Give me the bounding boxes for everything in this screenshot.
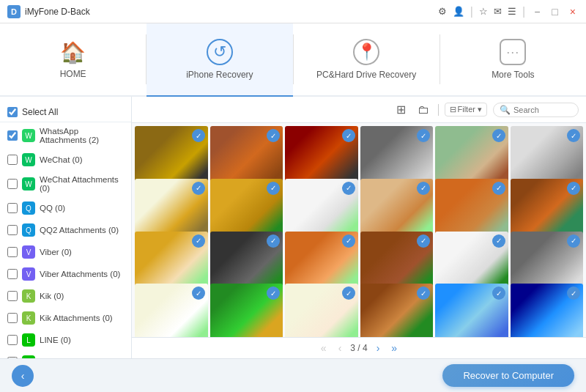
wechat-checkbox[interactable] — [7, 155, 18, 165]
photo-check-icon: ✓ — [342, 129, 355, 142]
last-page-button[interactable]: » — [388, 341, 400, 355]
photo-check-icon: ✓ — [417, 234, 430, 248]
viber-checkbox[interactable] — [7, 247, 18, 257]
star-icon[interactable]: ☆ — [479, 6, 488, 17]
app-icon: D — [7, 5, 21, 18]
sidebar-item-whatsapp[interactable]: W WhatsApp Attachments (2) — [0, 122, 131, 149]
photo-check-icon: ✓ — [492, 129, 505, 142]
recover-computer-button[interactable]: Recover to Computer — [442, 364, 574, 387]
sidebar-item-line-attach[interactable]: L LINE Attachments (0) — [0, 351, 131, 358]
email-icon[interactable]: ✉ — [494, 6, 502, 17]
photo-check-icon: ✓ — [192, 234, 205, 248]
sidebar-item-wechat[interactable]: W WeChat (0) — [0, 149, 131, 171]
sidebar-item-viber[interactable]: V Viber (0) — [0, 241, 131, 263]
nav-bar: 🏠 HOME ↺ iPhone Recovery 📍 PC&Hard Drive… — [0, 23, 586, 97]
photo-check-icon: ✓ — [567, 286, 580, 300]
nav-iphone-recovery[interactable]: ↺ iPhone Recovery — [146, 23, 292, 97]
photo-cell[interactable]: ✓ — [285, 284, 358, 337]
page-indicator: 3 / 4 — [350, 343, 367, 353]
qq2-label: QQ2 Attachments (0) — [40, 226, 124, 234]
qq-checkbox[interactable] — [7, 203, 18, 213]
sidebar-item-qq[interactable]: Q QQ (0) — [0, 197, 131, 219]
pc-harddrive-icon: 📍 — [353, 39, 379, 65]
main-content: Select All W WhatsApp Attachments (2) W … — [0, 97, 586, 358]
toolbar-separator — [438, 104, 439, 116]
filter-button[interactable]: ⊟ Filter ▾ — [445, 103, 488, 117]
back-button[interactable]: ‹ — [12, 365, 34, 387]
nav-more-label: More Tools — [492, 70, 534, 80]
sidebar: Select All W WhatsApp Attachments (2) W … — [0, 97, 132, 358]
title-bar-controls: ⚙ 👤 | ☆ ✉ ☰ | − □ × — [438, 4, 579, 19]
qq2-checkbox[interactable] — [7, 225, 18, 235]
sidebar-item-kik[interactable]: K Kik (0) — [0, 285, 131, 307]
settings-icon[interactable]: ⚙ — [438, 6, 447, 17]
filter-icon: ⊟ — [450, 105, 456, 114]
select-all-checkbox[interactable] — [7, 107, 18, 117]
pagination-row: « ‹ 3 / 4 › » — [132, 337, 586, 358]
photo-check-icon: ✓ — [192, 182, 205, 195]
photo-cell[interactable]: ✓ — [135, 284, 208, 337]
photo-toolbar: ⊞ 🗀 ⊟ Filter ▾ 🔍 — [132, 97, 586, 123]
line-attach-checkbox[interactable] — [7, 357, 18, 358]
qq-label: QQ (0) — [40, 204, 124, 212]
grid-view-button[interactable]: ⊞ — [393, 101, 409, 118]
photo-check-icon: ✓ — [267, 234, 280, 248]
search-icon: 🔍 — [500, 105, 511, 115]
kik-checkbox[interactable] — [7, 291, 18, 301]
photo-area: ⊞ 🗀 ⊟ Filter ▾ 🔍 ✓✓✓✓✓✓✓✓✓✓✓✓✓✓✓✓✓✓✓✓✓✓✓… — [132, 97, 586, 358]
whatsapp-checkbox[interactable] — [7, 130, 18, 141]
photo-check-icon: ✓ — [342, 182, 355, 195]
sidebar-item-viber-attach[interactable]: V Viber Attachments (0) — [0, 263, 131, 285]
line-icon: L — [22, 333, 35, 347]
sidebar-item-qq2[interactable]: Q QQ2 Attachments (0) — [0, 219, 131, 241]
nav-pc-harddrive[interactable]: 📍 PC&Hard Drive Recovery — [294, 23, 440, 97]
kik-attach-icon: K — [22, 311, 35, 325]
photo-check-icon: ✓ — [417, 286, 430, 300]
close-button[interactable]: × — [567, 4, 579, 19]
photo-check-icon: ✓ — [267, 286, 280, 300]
more-tools-icon: ··· — [500, 39, 526, 65]
next-page-button[interactable]: › — [374, 341, 383, 355]
photo-check-icon: ✓ — [192, 129, 205, 142]
photo-check-icon: ✓ — [492, 286, 505, 300]
viber-attach-icon: V — [22, 267, 35, 281]
line-checkbox[interactable] — [7, 335, 18, 345]
photo-check-icon: ✓ — [567, 234, 580, 248]
maximize-button[interactable]: □ — [549, 4, 560, 19]
folder-view-button[interactable]: 🗀 — [415, 102, 432, 118]
select-all-label: Select All — [22, 107, 58, 117]
sidebar-item-wechat-attach[interactable]: W WeChat Attachments (0) — [0, 171, 131, 197]
wechat-attach-checkbox[interactable] — [7, 179, 18, 189]
photo-check-icon: ✓ — [492, 234, 505, 248]
user-icon[interactable]: 👤 — [453, 6, 464, 17]
photo-check-icon: ✓ — [342, 286, 355, 300]
photo-cell[interactable]: ✓ — [210, 284, 283, 337]
search-input[interactable] — [513, 106, 572, 114]
line-attach-icon: L — [22, 355, 35, 358]
photo-cell[interactable]: ✓ — [360, 284, 434, 337]
viber-label: Viber (0) — [40, 248, 124, 256]
photo-cell[interactable]: ✓ — [435, 284, 508, 337]
line-attach-label: LINE Attachments (0) — [40, 358, 124, 358]
first-page-button[interactable]: « — [318, 341, 330, 355]
nav-home[interactable]: 🏠 HOME — [0, 23, 146, 97]
line-label: LINE (0) — [40, 336, 124, 344]
minimize-button[interactable]: − — [531, 4, 543, 19]
nav-more-tools[interactable]: ··· More Tools — [440, 23, 586, 97]
wechat-icon: W — [22, 153, 35, 166]
kik-attach-checkbox[interactable] — [7, 313, 18, 323]
viber-attach-checkbox[interactable] — [7, 269, 18, 279]
photo-cell[interactable]: ✓ — [511, 284, 584, 337]
photo-check-icon: ✓ — [492, 182, 505, 195]
photo-check-icon: ✓ — [342, 234, 355, 248]
home-icon: 🏠 — [60, 40, 86, 64]
qq2-icon: Q — [22, 223, 35, 237]
menu-icon[interactable]: ☰ — [508, 6, 516, 17]
sidebar-item-kik-attach[interactable]: K Kik Attachments (0) — [0, 307, 131, 329]
photo-grid: ✓✓✓✓✓✓✓✓✓✓✓✓✓✓✓✓✓✓✓✓✓✓✓✓ — [132, 123, 586, 337]
photo-check-icon: ✓ — [567, 129, 580, 142]
sidebar-item-line[interactable]: L LINE (0) — [0, 329, 131, 351]
prev-page-button[interactable]: ‹ — [335, 341, 345, 355]
kik-attach-label: Kik Attachments (0) — [40, 314, 124, 322]
select-all-row[interactable]: Select All — [0, 103, 131, 122]
